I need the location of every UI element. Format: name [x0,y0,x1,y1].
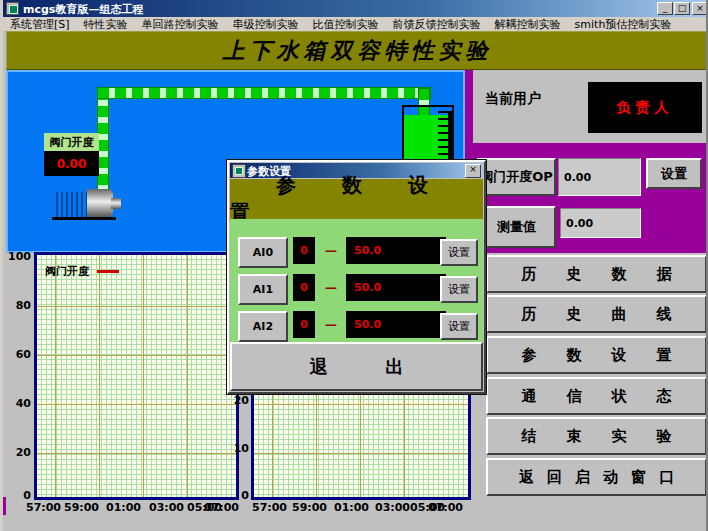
maximize-button[interactable]: □ [674,2,690,15]
current-user-label: 当前用户 [485,90,541,108]
pump-nozzle [111,198,121,209]
dialog-header: 参数设置 [230,179,483,219]
high-limit-ai1[interactable]: 50.0 [346,274,446,301]
x-tick: 59:00 [64,501,98,514]
valve-opening-label: 阀门开度 [44,133,99,151]
valve-op-label: 阀门开度OP [477,158,556,196]
x-tick: 59:00 [292,501,326,514]
panel-divider [465,250,708,253]
return-start-window-button[interactable]: 返回启动窗口 [486,458,707,496]
y-tick: 20 [233,394,249,407]
title-bar: mcgs教育版—组态工程 _ □ × [3,0,708,17]
x-tick: 07:00 [204,501,238,514]
chart-legend-line [97,270,119,273]
y-tick: 10 [233,442,249,455]
menu-item-feedforward[interactable]: 前馈反馈控制实验 [386,17,488,32]
x-tick: 57:00 [26,501,60,514]
minimize-button[interactable]: _ [657,2,673,15]
x-tick: 57:00 [252,501,286,514]
low-limit-ai0[interactable]: 0 [293,237,315,264]
channel-label-ai1: AI1 [238,274,288,305]
set-button-ai2[interactable]: 设置 [440,313,478,340]
parameter-settings-button[interactable]: 参数设置 [486,336,707,374]
measured-value-label: 测量值 [477,206,556,248]
y-tick: 60 [5,348,31,361]
y-tick: 80 [5,299,31,312]
window-title: mcgs教育版—组态工程 [23,2,143,17]
x-tick: 07:00 [428,501,462,514]
y-tick: 0 [233,489,249,502]
window-edge [3,497,6,515]
set-button-ai0[interactable]: 设置 [440,239,478,266]
low-limit-ai2[interactable]: 0 [293,311,315,338]
menu-item-smith[interactable]: smith预估控制实验 [568,17,679,32]
set-button-ai1[interactable]: 设置 [440,276,478,303]
parameter-settings-dialog: 参数设置 × 参数设置 AI0 0 — 50.0 设置 AI1 0 — 50.0… [227,160,486,394]
y-tick: 40 [5,397,31,410]
high-limit-ai0[interactable]: 50.0 [346,237,446,264]
page-title: 上下水箱双容特性实验 [6,31,708,70]
x-tick: 01:00 [106,501,140,514]
close-button[interactable]: × [692,2,708,15]
menu-item-ratio[interactable]: 比值控制实验 [306,17,386,32]
measured-value-field: 0.00 [560,208,641,238]
y-tick: 100 [5,250,31,263]
current-user-panel: 当前用户 负责人 [473,70,708,143]
menu-item-system[interactable]: 系统管理[S] [3,17,77,32]
high-limit-ai2[interactable]: 50.0 [346,311,446,338]
valve-opening-value: 0.00 [44,151,99,176]
dialog-exit-button[interactable]: 退出 [230,342,483,391]
range-dash: — [316,274,346,301]
mcgs-window: mcgs教育版—组态工程 _ □ × 系统管理[S] 特性实验 单回路控制实验 … [0,0,708,531]
pump-body [87,189,113,217]
app-icon [6,2,19,15]
dialog-body: AI0 0 — 50.0 设置 AI1 0 — 50.0 设置 AI2 0 — … [230,219,483,350]
valve-op-set-button[interactable]: 设置 [646,158,702,189]
x-tick: 01:00 [334,501,368,514]
y-tick: 20 [5,446,31,459]
menu-item-characteristic[interactable]: 特性实验 [77,17,135,32]
channel-label-ai2: AI2 [238,311,288,342]
chart-legend-label: 阀门开度 [45,264,89,279]
pipe-horizontal [97,87,431,99]
current-user-value: 负责人 [588,82,702,133]
history-data-button[interactable]: 历史数据 [486,255,707,293]
range-dash: — [316,237,346,264]
valve-trend-chart: 阀门开度 [34,252,239,500]
valve-op-input[interactable]: 0.00 [558,158,641,196]
menu-bar: 系统管理[S] 特性实验 单回路控制实验 串级控制实验 比值控制实验 前馈反馈控… [3,17,708,31]
end-experiment-button[interactable]: 结束实验 [486,417,707,455]
x-tick: 03:00 [375,501,409,514]
history-curve-button[interactable]: 历史曲线 [486,295,707,333]
comm-status-button[interactable]: 通信状态 [486,377,707,415]
menu-item-single-loop[interactable]: 单回路控制实验 [135,17,226,32]
menu-item-decoupling[interactable]: 解耦控制实验 [488,17,568,32]
low-limit-ai1[interactable]: 0 [293,274,315,301]
menu-item-cascade[interactable]: 串级控制实验 [226,17,306,32]
channel-label-ai0: AI0 [238,237,288,268]
range-dash: — [316,311,346,338]
pump-motor [56,192,89,218]
x-tick: 03:00 [149,501,183,514]
